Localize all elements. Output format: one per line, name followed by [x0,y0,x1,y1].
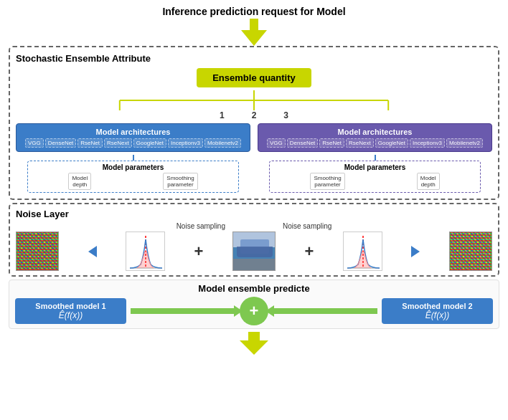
number-2: 2 [252,110,257,120]
smoothed-model-2-box: Smoothed model 2 Ê(f(x)) [382,298,493,324]
predict-row: Smoothed model 1 Ê(f(x)) + Smoothed mode… [15,297,493,325]
arrow-left [88,246,97,257]
left-params-items: Modeldepth Smoothingparameter [32,173,233,190]
branch-lines-svg [30,90,478,110]
right-arch-title: Model architectures [264,128,486,136]
stochastic-label: Stochastic Ensemble Attribute [16,53,492,64]
left-params-title: Model parameters [32,163,233,171]
right-params-box: Model parameters Smoothingparameter Mode… [269,161,480,193]
number-3: 3 [283,110,288,120]
bell-curve-left [126,232,165,271]
arch-item: RseNext [346,138,374,148]
smoothed-model-1-formula: Ê(f(x)) [22,310,119,320]
bell-curve-right [343,232,382,271]
page-title: Inference prediction request for Model [0,0,508,17]
right-arch-col: Model architectures VGG DenseNet RseNet … [258,123,492,193]
bottom-arrow-stem [248,332,260,340]
noise-row: + + [16,232,492,271]
arch-item: DenseNet [287,138,319,148]
number-1: 1 [220,110,225,120]
ensemble-qty-box: Ensemble quantity [197,68,311,87]
top-arrow-stem [250,19,258,30]
smoothed-model-2-title: Smoothed model 2 [389,302,486,310]
right-params-title: Model parameters [274,163,475,171]
bottom-arrow-section [0,332,508,355]
smoothed-model-1-title: Smoothed model 1 [22,302,119,310]
noisy-image-left [16,232,59,271]
arch-item: DenseNet [45,138,77,148]
bottom-arrow-head [240,340,268,355]
param-item: Smoothingparameter [310,173,344,190]
bell-svg-right [344,232,382,271]
predict-section: Model ensemble predicte Smoothed model 1… [9,280,499,329]
left-arch-col: Model architectures VGG DenseNet RseNet … [16,123,250,193]
arch-item: VGG [267,138,286,148]
right-arch-box: Model architectures VGG DenseNet RseNet … [258,123,492,152]
top-arrow-head [241,30,267,46]
stochastic-box: Stochastic Ensemble Attribute Ensemble q… [9,46,499,200]
noise-sampling-left-label: Noise sampling [177,222,225,230]
plus-sign-left: + [194,242,204,261]
arrow-right [411,246,420,257]
arch-item: RseNet [77,138,103,148]
arch-item: Inceptionv3 [410,138,445,148]
arch-row: Model architectures VGG DenseNet RseNet … [16,123,492,193]
param-item: Modeldepth [68,173,91,190]
plus-sign-right: + [305,242,314,261]
smoothed-model-2-formula: Ê(f(x)) [389,310,486,320]
arch-item: VGG [25,138,44,148]
boat-image [232,232,276,271]
left-arch-items: VGG DenseNet RseNet RseNext GoogleNet In… [22,138,244,148]
noise-layer-box: Noise Layer Noise sampling Noise samplin… [9,203,499,277]
param-item: Modeldepth [417,173,440,190]
numbers-row: 1 2 3 [16,110,492,120]
param-item: Smoothingparameter [163,173,197,190]
left-params-box: Model parameters Modeldepth Smoothingpar… [27,161,238,193]
left-arch-box: Model architectures VGG DenseNet RseNet … [16,123,250,152]
left-arch-title: Model architectures [22,128,244,136]
arch-item: Inceptionv3 [168,138,203,148]
noisy-image-right [449,232,492,271]
diagram: Inference prediction request for Model S… [0,0,508,420]
arch-item: Mobilenetv2 [446,138,483,148]
arch-item: Mobilenetv2 [204,138,241,148]
arch-item: RseNet [319,138,344,148]
bell-svg-left [126,232,165,271]
noise-sampling-right-label: Noise sampling [283,222,331,230]
arch-item: GoogleNet [133,138,166,148]
arch-item: GoogleNet [375,138,408,148]
right-params-items: Smoothingparameter Modeldepth [274,173,475,190]
predict-title: Model ensemble predicte [15,283,493,294]
arch-item: RseNext [104,138,132,148]
noise-layer-label: Noise Layer [16,209,492,219]
right-arch-items: VGG DenseNet RseNet RseNext GoogleNet In… [264,138,486,148]
green-plus-circle: + [240,297,268,325]
smoothed-model-1-box: Smoothed model 1 Ê(f(x)) [15,298,126,324]
